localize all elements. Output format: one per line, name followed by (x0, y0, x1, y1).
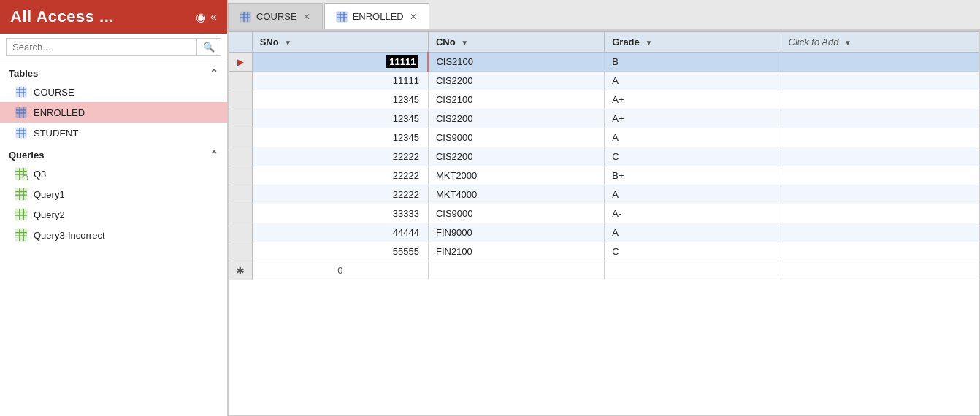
cell-cno[interactable]: MKT2000 (428, 166, 604, 185)
cell-sno[interactable]: 12345 (252, 128, 428, 147)
cell-sno[interactable]: 22222 (252, 147, 428, 166)
cell-grade[interactable]: A+ (605, 90, 781, 109)
table-row[interactable]: 44444FIN9000A (229, 223, 979, 242)
table-row[interactable]: 22222MKT2000B+ (229, 166, 979, 185)
table-container: SNo ▼ CNo ▼ Grade ▼ Click to Add ▼ (228, 31, 980, 416)
cell-add[interactable] (781, 72, 979, 90)
tab-enrolled[interactable]: ENROLLED ✕ (324, 3, 429, 29)
table-row[interactable]: 12345CIS9000A (229, 128, 979, 147)
new-record-row[interactable]: ✱0 (229, 261, 979, 280)
tables-collapse-icon[interactable]: ⌃ (210, 67, 218, 79)
cell-add[interactable] (781, 90, 979, 109)
cell-sno[interactable]: 11111 (252, 53, 428, 72)
row-selector (229, 242, 253, 261)
table-icon-enrolled (15, 106, 28, 119)
table-row[interactable]: 22222CIS2200C (229, 147, 979, 166)
cell-grade[interactable]: A (605, 72, 781, 90)
sidebar-header: All Access ... ◉ « (0, 0, 227, 34)
table-row[interactable]: ▶11111CIS2100B (229, 53, 979, 72)
cell-add[interactable] (781, 223, 979, 242)
cell-grade[interactable]: B+ (605, 166, 781, 185)
sidebar-item-query1[interactable]: Query1 (0, 184, 227, 204)
cell-add[interactable] (781, 204, 979, 223)
cell-sno[interactable]: 55555 (252, 242, 428, 261)
col-header-sno[interactable]: SNo ▼ (252, 32, 428, 53)
table-row[interactable]: 22222MKT4000A (229, 185, 979, 204)
cell-cno[interactable]: CIS9000 (428, 204, 604, 223)
cell-grade[interactable]: A (605, 128, 781, 147)
cell-add[interactable] (781, 128, 979, 147)
col-cno-label: CNo (436, 36, 456, 47)
cell-cno[interactable]: FIN2100 (428, 242, 604, 261)
cell-grade[interactable]: C (605, 242, 781, 261)
cell-cno[interactable]: CIS9000 (428, 128, 604, 147)
cell-add[interactable] (781, 53, 979, 72)
sidebar-item-query1-label: Query1 (34, 189, 65, 200)
queries-collapse-icon[interactable]: ⌃ (210, 149, 218, 161)
search-button[interactable]: 🔍 (197, 38, 221, 56)
cell-cno[interactable]: CIS2100 (428, 53, 604, 72)
cell-add[interactable] (781, 109, 979, 128)
cell-grade[interactable]: A+ (605, 109, 781, 128)
cell-sno[interactable]: 44444 (252, 223, 428, 242)
new-row-add[interactable] (781, 261, 979, 280)
cell-grade[interactable]: C (605, 147, 781, 166)
search-input[interactable] (6, 38, 197, 56)
cell-sno[interactable]: 12345 (252, 109, 428, 128)
sidebar-item-student[interactable]: STUDENT (0, 123, 227, 143)
sidebar-item-query2[interactable]: Query2 (0, 204, 227, 225)
cell-sno[interactable]: 33333 (252, 204, 428, 223)
cell-add[interactable] (781, 166, 979, 185)
cell-grade[interactable]: A (605, 223, 781, 242)
new-row-cno[interactable] (428, 261, 604, 280)
svg-rect-27 (15, 209, 27, 220)
row-selector (229, 185, 253, 204)
cell-grade[interactable]: A- (605, 204, 781, 223)
col-grade-label: Grade (612, 36, 640, 47)
cell-cno[interactable]: CIS2100 (428, 90, 604, 109)
sidebar-item-query3-incorrect[interactable]: Query3-Incorrect (0, 225, 227, 245)
sidebar-item-course[interactable]: COURSE (0, 82, 227, 102)
cell-sno[interactable]: 11111 (252, 72, 428, 90)
col-header-add[interactable]: Click to Add ▼ (781, 32, 979, 53)
cell-cno[interactable]: MKT4000 (428, 185, 604, 204)
row-selector-header (229, 32, 253, 53)
cell-grade[interactable]: A (605, 185, 781, 204)
nav-back-icon[interactable]: « (210, 10, 217, 23)
cell-cno[interactable]: CIS2200 (428, 147, 604, 166)
cell-cno[interactable]: CIS2200 (428, 109, 604, 128)
row-selector (229, 223, 253, 242)
nav-arrow-icon[interactable]: ◉ (196, 10, 206, 24)
table-row[interactable]: 12345CIS2200A+ (229, 109, 979, 128)
svg-rect-10 (16, 128, 26, 138)
tab-course-close[interactable]: ✕ (302, 12, 312, 22)
cell-sno[interactable]: 22222 (252, 166, 428, 185)
cell-grade[interactable]: B (605, 53, 781, 72)
cell-add[interactable] (781, 242, 979, 261)
table-row[interactable]: 55555FIN2100C (229, 242, 979, 261)
sidebar-item-q3[interactable]: ! Q3 (0, 163, 227, 184)
tab-course[interactable]: COURSE ✕ (228, 3, 323, 29)
col-header-cno[interactable]: CNo ▼ (428, 32, 604, 53)
svg-rect-22 (15, 188, 27, 200)
row-arrow-icon: ▶ (237, 57, 244, 67)
col-header-grade[interactable]: Grade ▼ (605, 32, 781, 53)
sidebar-title: All Access ... (10, 7, 114, 26)
table-row[interactable]: 33333CIS9000A- (229, 204, 979, 223)
new-row-sno[interactable]: 0 (252, 261, 428, 280)
svg-rect-42 (337, 12, 347, 22)
cell-add[interactable] (781, 185, 979, 204)
cell-sno[interactable]: 22222 (252, 185, 428, 204)
new-row-grade[interactable] (605, 261, 781, 280)
row-selector (229, 147, 253, 166)
sno-sort-icon: ▼ (284, 39, 291, 47)
svg-rect-5 (16, 107, 26, 118)
cell-cno[interactable]: FIN9000 (428, 223, 604, 242)
table-row[interactable]: 12345CIS2100A+ (229, 90, 979, 109)
cell-sno[interactable]: 12345 (252, 90, 428, 109)
table-row[interactable]: 11111CIS2200A (229, 72, 979, 90)
sidebar-item-enrolled[interactable]: ENROLLED (0, 102, 227, 123)
cell-add[interactable] (781, 147, 979, 166)
cell-cno[interactable]: CIS2200 (428, 72, 604, 90)
tab-enrolled-close[interactable]: ✕ (408, 12, 418, 22)
